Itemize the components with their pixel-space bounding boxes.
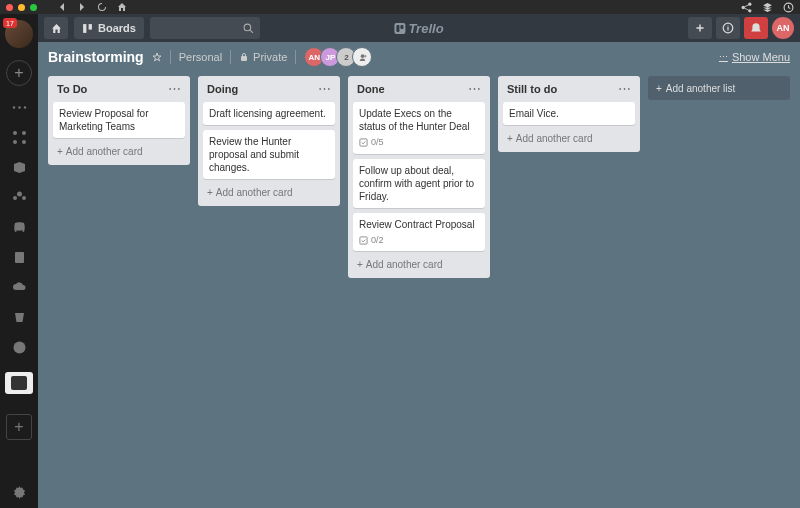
app-sidebar: 17 + + <box>0 14 38 508</box>
sidebar-doc-icon[interactable] <box>10 248 28 266</box>
list: Still to do⋯Email Vice.+ Add another car… <box>498 76 640 152</box>
svg-point-10 <box>22 140 26 144</box>
list-menu-button[interactable]: ⋯ <box>318 85 331 93</box>
card[interactable]: Draft licensing agreement. <box>203 102 335 125</box>
board-members[interactable]: AN JP 2 <box>304 47 372 67</box>
sidebar-avatar[interactable]: 17 <box>5 20 33 48</box>
svg-point-6 <box>23 106 25 108</box>
card[interactable]: Review the Hunter proposal and submit ch… <box>203 130 335 179</box>
list-menu-button[interactable]: ⋯ <box>468 85 481 93</box>
sidebar-github-icon[interactable] <box>10 338 28 356</box>
card[interactable]: Review Proposal for Marketing Teams <box>53 102 185 138</box>
nav-forward-icon[interactable] <box>77 2 87 12</box>
add-card-button[interactable]: + Add another card <box>53 143 185 160</box>
nav-reload-icon[interactable] <box>97 2 107 12</box>
svg-rect-16 <box>83 24 86 33</box>
card[interactable]: Update Execs on the status of the Hunter… <box>353 102 485 154</box>
list: Done⋯Update Execs on the status of the H… <box>348 76 490 278</box>
svg-point-12 <box>13 196 17 200</box>
sidebar-box-icon[interactable] <box>10 158 28 176</box>
add-card-button[interactable]: + Add another card <box>353 256 485 273</box>
trello-logo-icon <box>394 23 405 34</box>
svg-point-15 <box>13 341 25 353</box>
svg-point-18 <box>244 24 251 31</box>
svg-rect-17 <box>89 24 92 30</box>
sidebar-more-icon[interactable] <box>10 98 28 116</box>
add-list-button[interactable]: + Add another list <box>648 76 790 100</box>
sidebar-discord-icon[interactable] <box>10 218 28 236</box>
svg-point-4 <box>12 106 14 108</box>
sidebar-settings-icon[interactable] <box>10 482 28 500</box>
svg-point-5 <box>18 106 20 108</box>
svg-point-9 <box>13 140 17 144</box>
boards-button[interactable]: Boards <box>74 17 144 39</box>
svg-point-2 <box>748 9 751 12</box>
board-header: Brainstorming Personal Private AN JP 2 ⋯… <box>38 42 800 72</box>
search-icon <box>243 23 254 34</box>
minimize-window[interactable] <box>18 4 25 11</box>
svg-point-0 <box>742 5 745 8</box>
create-button[interactable] <box>688 17 712 39</box>
personal-label[interactable]: Personal <box>179 51 222 63</box>
layers-icon[interactable] <box>762 2 773 13</box>
private-button[interactable]: Private <box>239 51 287 63</box>
nav-home-icon[interactable] <box>117 2 127 12</box>
lock-icon <box>239 52 249 62</box>
titlebar-right <box>741 2 794 13</box>
svg-rect-23 <box>360 237 367 244</box>
user-avatar[interactable]: AN <box>772 17 794 39</box>
browser-nav <box>57 2 127 12</box>
sidebar-trello-active[interactable] <box>5 372 33 394</box>
search-input[interactable] <box>150 17 260 39</box>
svg-point-13 <box>22 196 26 200</box>
traffic-lights <box>6 4 37 11</box>
sidebar-cloud-icon[interactable] <box>10 278 28 296</box>
svg-point-7 <box>13 131 17 135</box>
trello-logo[interactable]: Trello <box>394 21 443 36</box>
board-title[interactable]: Brainstorming <box>48 49 144 65</box>
svg-point-1 <box>748 2 751 5</box>
card[interactable]: Email Vice. <box>503 102 635 125</box>
notifications-button[interactable] <box>744 17 768 39</box>
trello-logo-text: Trello <box>408 21 443 36</box>
add-card-button[interactable]: + Add another card <box>503 130 635 147</box>
svg-rect-22 <box>360 139 367 146</box>
board-canvas[interactable]: To Do⋯Review Proposal for Marketing Team… <box>38 72 800 508</box>
list-menu-button[interactable]: ⋯ <box>168 85 181 93</box>
svg-point-21 <box>361 54 365 58</box>
add-member-button[interactable] <box>352 47 372 67</box>
checklist-badge: 0/2 <box>359 235 479 247</box>
window-titlebar <box>0 0 800 14</box>
home-button[interactable] <box>44 17 68 39</box>
add-card-button[interactable]: + Add another card <box>203 184 335 201</box>
main-area: Boards Trello AN Brainstorming Personal … <box>38 14 800 508</box>
sidebar-add-app[interactable]: + <box>6 414 32 440</box>
show-menu-button[interactable]: ⋯Show Menu <box>719 51 790 63</box>
maximize-window[interactable] <box>30 4 37 11</box>
sidebar-bucket-icon[interactable] <box>10 308 28 326</box>
notification-badge: 17 <box>3 18 17 28</box>
list-title[interactable]: To Do <box>57 83 87 95</box>
star-button[interactable] <box>152 52 162 62</box>
list-title[interactable]: Doing <box>207 83 238 95</box>
list-title[interactable]: Still to do <box>507 83 557 95</box>
list-menu-button[interactable]: ⋯ <box>618 85 631 93</box>
sidebar-people-icon[interactable] <box>10 188 28 206</box>
list: Doing⋯Draft licensing agreement.Review t… <box>198 76 340 206</box>
share-icon[interactable] <box>741 2 752 13</box>
boards-icon <box>82 23 93 34</box>
list: To Do⋯Review Proposal for Marketing Team… <box>48 76 190 165</box>
checklist-badge: 0/5 <box>359 137 479 149</box>
card[interactable]: Follow up about deal, confirm with agent… <box>353 159 485 208</box>
clock-icon[interactable] <box>783 2 794 13</box>
info-button[interactable] <box>716 17 740 39</box>
sidebar-add-button[interactable]: + <box>6 60 32 86</box>
nav-back-icon[interactable] <box>57 2 67 12</box>
list-title[interactable]: Done <box>357 83 385 95</box>
top-bar: Boards Trello AN <box>38 14 800 42</box>
boards-label: Boards <box>98 22 136 34</box>
sidebar-grid-icon[interactable] <box>10 128 28 146</box>
card[interactable]: Review Contract Proposal0/2 <box>353 213 485 252</box>
svg-point-11 <box>17 191 22 196</box>
close-window[interactable] <box>6 4 13 11</box>
